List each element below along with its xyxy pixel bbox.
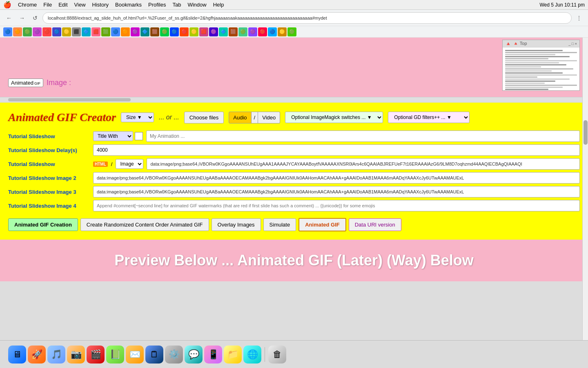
animation-name-input[interactable] — [146, 130, 580, 142]
bookmark-14[interactable]: 🟣 — [131, 27, 140, 36]
image-type-select[interactable]: Image URL File — [116, 159, 143, 169]
history-menu[interactable]: History — [92, 2, 109, 8]
dock-app6[interactable]: 📗 — [106, 346, 124, 364]
delay-row: Tutorial Slideshow Delay(s) — [8, 144, 580, 156]
edit-menu[interactable]: Edit — [58, 2, 67, 8]
animated-gif-button[interactable]: Animated GIF — [298, 218, 346, 231]
dock-app11[interactable]: 📱 — [204, 346, 222, 364]
video-button[interactable]: Video — [258, 112, 280, 123]
data-uri-button[interactable]: Data URI version — [349, 218, 401, 231]
dock: 🖥 🚀 🎵 📷 🎬 📗 ✉️ 🗒 ⚙️ 💬 📱 📁 🌐 🗑 — [0, 340, 588, 368]
bookmark-13[interactable]: 🟠 — [121, 27, 130, 36]
right-scrollbar[interactable] — [582, 38, 588, 340]
dock-app14[interactable]: 🗑 — [268, 346, 286, 364]
bookmark-28[interactable]: 🔵 — [268, 27, 277, 36]
thumb-line — [505, 85, 577, 86]
menu-bar: 🍎 Chrome File Edit View History Bookmark… — [0, 0, 588, 10]
file-menu[interactable]: File — [43, 2, 52, 8]
create-randomized-button[interactable]: Create Randomized Content Order Animated… — [80, 218, 209, 231]
more-button[interactable]: ⋮ — [573, 12, 585, 24]
bookmark-27[interactable]: 🔴 — [258, 27, 267, 36]
bookmark-9[interactable]: 🔷 — [82, 27, 91, 36]
bookmark-22[interactable]: 🟣 — [209, 27, 218, 36]
bookmark-21[interactable]: 🟥 — [199, 27, 208, 36]
image1-input[interactable] — [147, 158, 580, 170]
view-menu[interactable]: View — [74, 2, 86, 8]
color-picker[interactable] — [135, 132, 143, 140]
thumb-line — [505, 87, 563, 88]
overlay-images-button[interactable]: Overlay Images — [212, 218, 261, 231]
bookmark-24[interactable]: 🟫 — [229, 27, 238, 36]
bookmarks-menu[interactable]: Bookmarks — [115, 2, 142, 8]
address-bar[interactable]: localhost:8888/extract_ag_slide_huh_of.h… — [42, 12, 572, 24]
image2-label: Tutorial Slideshow Image 2 — [8, 175, 90, 181]
bookmark-23[interactable]: 🔷 — [219, 27, 228, 36]
bookmark-1[interactable]: 🔵 — [3, 27, 12, 36]
window-menu[interactable]: Window — [187, 2, 206, 8]
bookmark-8[interactable]: ⬛ — [72, 27, 81, 36]
bookmark-17[interactable]: 🟢 — [160, 27, 169, 36]
dock-app12[interactable]: 📁 — [224, 346, 242, 364]
bookmark-12[interactable]: 🔵 — [111, 27, 120, 36]
refresh-button[interactable]: ↺ — [29, 12, 41, 24]
bookmark-29[interactable]: 🟡 — [278, 27, 287, 36]
dock-app7[interactable]: ✉️ — [126, 346, 144, 364]
menu-right: Wed 5 Jun 10:11 pm — [539, 2, 585, 8]
bookmark-4[interactable]: 🟣 — [33, 27, 42, 36]
image4-input[interactable] — [93, 200, 580, 211]
back-button[interactable]: ← — [3, 12, 15, 24]
bookmark-6[interactable]: 🔵 — [52, 27, 61, 36]
choose-files-button[interactable]: Choose files — [184, 112, 224, 123]
title-with-select[interactable]: Title With No Title Bottom Title — [93, 131, 133, 141]
image3-row: Tutorial Slideshow Image 3 — [8, 186, 580, 197]
profiles-menu[interactable]: Profiles — [148, 2, 166, 8]
section-header: Animated GIF Creator Size ▼ Small Medium… — [8, 111, 580, 124]
bookmark-7[interactable]: 🟡 — [62, 27, 71, 36]
image-label: Image : — [47, 79, 71, 87]
imagemagick-dropdown[interactable]: Optional ImageMagick switches ... ▼ — [285, 112, 383, 123]
bookmark-18[interactable]: 🔵 — [170, 27, 179, 36]
datetime-display: Wed 5 Jun 10:11 pm — [539, 2, 585, 8]
bookmark-10[interactable]: 🟥 — [91, 27, 100, 36]
simulate-button[interactable]: Simulate — [263, 218, 296, 231]
dock-app8[interactable]: 🗒 — [145, 346, 163, 364]
bookmark-20[interactable]: 🟡 — [189, 27, 198, 36]
dock-app3[interactable]: 🎵 — [47, 346, 65, 364]
badge-sub: GIF — [34, 81, 40, 85]
apple-menu[interactable]: 🍎 — [3, 1, 11, 9]
image2-input[interactable] — [93, 172, 580, 184]
delay-input[interactable] — [93, 144, 580, 156]
dock-finder[interactable]: 🖥 — [8, 346, 26, 364]
chrome-toolbar: ← → ↺ localhost:8888/extract_ag_slide_hu… — [0, 10, 588, 26]
chrome-menu[interactable]: Chrome — [18, 2, 37, 8]
dock-app13[interactable]: 🌐 — [243, 346, 261, 364]
audio-video-group: Audio / Video — [229, 112, 280, 123]
horizontal-scrollbar-thumb[interactable] — [8, 98, 131, 101]
bookmark-5[interactable]: 🔴 — [42, 27, 51, 36]
bookmark-19[interactable]: 🔴 — [180, 27, 189, 36]
tab-menu[interactable]: Tab — [172, 2, 181, 8]
scrollbar-thumb[interactable] — [584, 120, 588, 145]
audio-button[interactable]: Audio — [229, 112, 251, 123]
bookmark-30[interactable]: 🟢 — [287, 27, 296, 36]
dock-app4[interactable]: 📷 — [67, 346, 85, 364]
animated-gif-creation-button[interactable]: Animated GIF Creation — [8, 218, 78, 231]
bookmark-2[interactable]: 🟠 — [13, 27, 22, 36]
dock-app9[interactable]: ⚙️ — [165, 346, 183, 364]
help-menu[interactable]: Help — [213, 2, 224, 8]
bookmark-11[interactable]: 🟩 — [101, 27, 110, 36]
bookmark-3[interactable]: 🟢 — [23, 27, 32, 36]
gd-filters-dropdown[interactable]: Optional GD filters++ ... ▼ — [388, 112, 470, 123]
bookmark-25[interactable]: 🟢 — [238, 27, 247, 36]
dock-launchpad[interactable]: 🚀 — [28, 346, 46, 364]
bookmark-15[interactable]: 🔷 — [140, 27, 149, 36]
image3-input[interactable] — [93, 186, 580, 197]
bookmark-26[interactable]: 🟣 — [248, 27, 257, 36]
forward-button[interactable]: → — [16, 12, 28, 24]
size-dropdown[interactable]: Size ▼ Small Medium Large — [121, 112, 154, 122]
bookmark-16[interactable]: 🟫 — [150, 27, 159, 36]
image1-row: Tutorial Slideshow HTML / Image URL File — [8, 158, 580, 170]
dock-app10[interactable]: 💬 — [185, 346, 203, 364]
image1-label: Tutorial Slideshow — [8, 161, 90, 167]
dock-app5[interactable]: 🎬 — [87, 346, 105, 364]
